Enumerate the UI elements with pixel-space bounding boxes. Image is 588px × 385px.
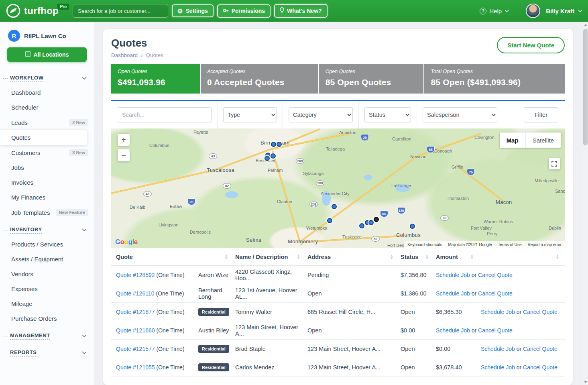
report-map-error-link[interactable]: Report a map error <box>528 242 562 247</box>
cancel-quote-link[interactable]: Cancel Quote <box>478 272 513 278</box>
salesperson-select[interactable]: Salesperson <box>423 107 497 122</box>
section-label: INVENTORY <box>10 226 42 234</box>
map-town-label: Wetumpka <box>306 226 327 230</box>
scroll-down-arrow-icon[interactable] <box>582 379 588 385</box>
quote-link[interactable]: Quote #121877 <box>116 309 155 315</box>
help-menu[interactable]: Help <box>480 8 509 14</box>
sidebar-item-mileage[interactable]: Mileage <box>0 296 94 311</box>
sidebar-item-job-templates[interactable]: Job TemplatesNew Feature <box>0 205 94 220</box>
quote-link[interactable]: Quote #121577 <box>116 346 155 352</box>
action-separator: or <box>517 364 521 371</box>
sidebar-item-dashboard[interactable]: Dashboard <box>0 85 94 100</box>
new-count-badge: 2 New <box>69 119 88 126</box>
sidebar-item-invoices[interactable]: Invoices <box>0 175 94 190</box>
permissions-button[interactable]: Permissions <box>217 4 271 18</box>
map-marker[interactable] <box>271 153 276 159</box>
action-separator: or <box>472 272 476 278</box>
schedule-job-link[interactable]: Schedule Job <box>436 327 470 334</box>
map-marker-selected[interactable] <box>374 217 379 222</box>
quotes-search-input[interactable] <box>117 107 212 122</box>
amount: $7,356.80 <box>401 272 436 278</box>
sidebar-item-assets-equipment[interactable]: Assets / Equipment <box>0 252 94 267</box>
scroll-up-arrow-icon[interactable] <box>582 22 588 28</box>
interstate-shield-icon: 75 <box>467 169 475 175</box>
category-select[interactable]: Category <box>289 107 353 122</box>
sidebar-item-purchase-orders[interactable]: Purchase Orders <box>0 311 94 326</box>
cancel-quote-link[interactable]: Cancel Quote <box>523 309 557 315</box>
map-marker[interactable] <box>264 156 270 161</box>
map[interactable]: Fayette Columbus Anniston Carrollton Cov… <box>111 128 565 248</box>
sidebar-item-scheduler[interactable]: Scheduler <box>0 100 94 115</box>
satellite-view-button[interactable]: Satellite <box>525 132 561 148</box>
brand-logo[interactable]: turfhop Pro <box>6 3 59 18</box>
map-marker[interactable] <box>368 220 374 225</box>
user-menu[interactable]: Billy Kraft <box>546 8 582 14</box>
map-marker[interactable] <box>277 142 282 147</box>
sidebar-section-inventory[interactable]: INVENTORY <box>0 220 94 237</box>
company-row[interactable]: R RIIPL Lawn Co <box>0 28 94 47</box>
column-header-name[interactable]: Name / Description <box>235 254 307 260</box>
status-select[interactable]: Status <box>364 107 411 122</box>
schedule-job-link[interactable]: Schedule Job <box>481 309 515 315</box>
cancel-quote-link[interactable]: Cancel Quote <box>523 346 557 352</box>
page-scrollbar[interactable] <box>582 22 588 385</box>
google-logo[interactable]: Google <box>115 238 138 246</box>
fullscreen-button[interactable] <box>549 158 560 169</box>
map-town-label: Thomaston <box>447 196 469 201</box>
settings-button[interactable]: ⚙ Settings <box>172 4 214 17</box>
quote-link[interactable]: Quote #121055 <box>116 364 155 371</box>
keyboard-shortcuts-link[interactable]: Keyboard shortcuts <box>407 242 442 247</box>
sidebar-section-workflow[interactable]: WORKFLOW <box>0 68 94 85</box>
sidebar-item-products-services[interactable]: Products / Services <box>0 237 94 252</box>
column-header-address[interactable]: Address <box>307 254 401 260</box>
cancel-quote-link[interactable]: Cancel Quote <box>478 290 513 297</box>
column-header-status[interactable]: Status <box>401 254 436 260</box>
sidebar-section-reports[interactable]: REPORTS <box>0 343 94 360</box>
column-header-quote[interactable]: Quote <box>116 254 235 260</box>
sidebar-item-expenses[interactable]: Expenses <box>0 281 94 296</box>
schedule-job-link[interactable]: Schedule Job <box>436 272 470 278</box>
sidebar-item-label: Customers <box>11 149 41 156</box>
route-shield-icon: 80 <box>371 236 380 242</box>
all-locations-button[interactable]: All Locations <box>7 47 87 62</box>
map-marker[interactable] <box>271 142 276 147</box>
cancel-quote-link[interactable]: Cancel Quote <box>478 327 513 334</box>
new-count-badge: 3 New <box>69 149 88 156</box>
whats-new-button[interactable]: What's New? <box>274 4 328 18</box>
interstate-shield-icon: 65 <box>380 210 388 217</box>
cancel-quote-link[interactable]: Cancel Quote <box>523 364 557 371</box>
filter-button[interactable]: Filter <box>524 107 558 122</box>
quote-link[interactable]: Quote #121660 <box>116 327 155 334</box>
breadcrumb-dashboard[interactable]: Dashboard <box>111 52 138 58</box>
customer-name: Tommy Walter <box>235 309 307 315</box>
schedule-job-link[interactable]: Schedule Job <box>481 364 515 371</box>
user-avatar[interactable] <box>526 4 540 18</box>
map-view-button[interactable]: Map <box>500 132 525 148</box>
scrollbar-thumb[interactable] <box>583 29 588 145</box>
zoom-in-button[interactable]: + <box>118 134 130 146</box>
start-new-quote-button[interactable]: Start New Quote <box>497 37 565 53</box>
map-marker[interactable] <box>359 223 364 228</box>
all-locations-label: All Locations <box>34 51 69 58</box>
column-header-actions[interactable] <box>481 254 560 260</box>
type-select[interactable]: Type <box>223 107 277 122</box>
sidebar-item-leads[interactable]: Leads2 New <box>0 115 94 130</box>
map-marker[interactable] <box>332 204 337 209</box>
global-search-input[interactable] <box>73 4 168 18</box>
sidebar-item-vendors[interactable]: Vendors <box>0 267 94 281</box>
sidebar-item-quotes[interactable]: Quotes <box>0 130 87 145</box>
map-marker[interactable] <box>327 218 332 223</box>
sidebar-item-customers[interactable]: Customers3 New <box>0 145 94 160</box>
quote-link[interactable]: Quote #126110 <box>116 290 155 297</box>
terms-of-use-link[interactable]: Terms of Use <box>498 242 522 247</box>
sidebar-section-management[interactable]: MANAGEMENT <box>0 326 94 343</box>
sidebar-item-jobs[interactable]: Jobs <box>0 160 94 175</box>
map-marker[interactable] <box>410 224 415 229</box>
schedule-job-link[interactable]: Schedule Job <box>481 346 515 352</box>
sidebar-item-my-finances[interactable]: My Finances <box>0 190 94 205</box>
stat-label: Total Open Quotes <box>431 69 558 74</box>
column-header-amount[interactable]: Amount <box>436 254 481 260</box>
quote-link[interactable]: Quote #128592 <box>116 272 155 278</box>
schedule-job-link[interactable]: Schedule Job <box>436 290 470 297</box>
zoom-out-button[interactable]: − <box>118 149 130 161</box>
